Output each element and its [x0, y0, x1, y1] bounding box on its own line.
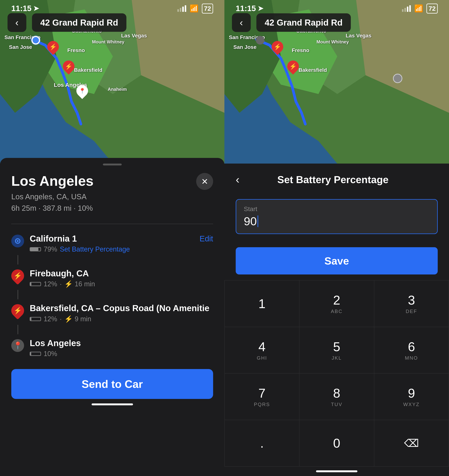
key-6-sub: MNO — [405, 355, 418, 361]
right-map: Sacramento San Francisco San Jose Fresno… — [224, 0, 449, 164]
key-8[interactable]: 8 TUV — [299, 374, 374, 420]
key-6-num: 6 — [408, 339, 415, 354]
stop-details-firebaugh: 12% · ⚡ 16 min — [30, 280, 213, 288]
status-left: 11:15 ➤ — [11, 4, 39, 13]
destination-pin: 📍 — [76, 85, 88, 97]
battery-display: 72 — [202, 4, 213, 14]
key-0-num: 0 — [333, 436, 340, 450]
key-3[interactable]: 3 DEF — [374, 280, 449, 327]
stop-bakersfield: ⚡ Bakersfield, CA – Copus Road (No Ameni… — [11, 297, 213, 329]
stop-california-1: California 1 Edit 79% Set Battery Percen… — [11, 228, 213, 259]
left-bottom-sheet: Los Angeles ✕ Los Angeles, CA, USA 6h 25… — [0, 158, 224, 476]
sheet-title: Los Angeles — [11, 173, 93, 189]
r-location-icon: ➤ — [258, 5, 263, 12]
key-1-num: 1 — [259, 296, 266, 311]
key-4-num: 4 — [259, 339, 266, 354]
r-time-display: 11:15 — [236, 4, 256, 13]
location-dot-sf — [31, 36, 40, 45]
sheet-handle — [103, 164, 122, 165]
stop-name-la: Los Angeles — [30, 338, 213, 348]
key-4[interactable]: 4 GHI — [225, 327, 299, 373]
left-panel: Sacramento San Francisco San Jose Fresno… — [0, 0, 224, 476]
battery-input-area: Start 90 — [224, 192, 449, 242]
close-button[interactable]: ✕ — [196, 173, 213, 190]
left-status-bar: 11:15 ➤ 📶 72 — [0, 0, 224, 17]
r-location-dot — [256, 36, 265, 45]
stop-details-bakersfield: 12% · ⚡ 9 min — [30, 315, 213, 323]
key-7-num: 7 — [259, 386, 266, 400]
key-dot-sym: . — [260, 436, 264, 450]
key-dot[interactable]: . — [225, 420, 299, 466]
r-charging-pin-2: ⚡ — [287, 61, 299, 72]
key-2[interactable]: 2 ABC — [299, 280, 374, 327]
save-button[interactable]: Save — [236, 247, 438, 274]
key-9-num: 9 — [408, 386, 415, 400]
key-0[interactable]: 0 — [299, 420, 374, 466]
battery-input-label: Start — [244, 205, 430, 213]
r-status-right: 📶 72 — [402, 4, 438, 14]
battery-sheet-title: Set Battery Percentage — [245, 174, 421, 185]
r-status-left: 11:15 ➤ — [236, 4, 263, 13]
key-8-sub: TUV — [331, 402, 342, 407]
signal-bars — [177, 5, 186, 12]
key-1[interactable]: 1 — [225, 280, 299, 327]
key-6[interactable]: 6 MNO — [374, 327, 449, 373]
key-2-num: 2 — [333, 293, 340, 307]
r-destination-dot — [393, 74, 402, 83]
cursor — [258, 215, 258, 227]
wifi-icon: 📶 — [190, 4, 198, 13]
home-indicator-left — [92, 403, 133, 405]
stop-info-bakersfield: Bakersfield, CA – Copus Road (No Ameniti… — [30, 303, 213, 323]
delete-icon: ⌫ — [404, 437, 419, 449]
battery-sheet: ‹ Set Battery Percentage Start 90 Save 1… — [224, 164, 449, 476]
stop-details-la: 10% — [30, 350, 213, 358]
status-right: 📶 72 — [177, 4, 213, 14]
key-3-num: 3 — [408, 293, 415, 307]
stop-info-la: Los Angeles 10% — [30, 338, 213, 358]
home-indicator-right — [316, 470, 357, 472]
stop-los-angeles: 📍 Los Angeles 10% — [11, 332, 213, 363]
divider-1 — [11, 224, 213, 224]
left-map: Sacramento San Francisco San Jose Fresno… — [0, 0, 224, 164]
stop-name-firebaugh: Firebaugh, CA — [30, 268, 213, 279]
r-signal-bars — [402, 5, 411, 12]
time-display: 11:15 — [11, 4, 31, 13]
key-7[interactable]: 7 PQRS — [225, 374, 299, 420]
key-4-sub: GHI — [257, 355, 267, 361]
key-5[interactable]: 5 JKL — [299, 327, 374, 373]
key-2-sub: ABC — [331, 308, 343, 314]
r-charging-pin-1: ⚡ — [272, 41, 283, 53]
stop-info-firebaugh: Firebaugh, CA 12% · ⚡ 16 min — [30, 268, 213, 288]
r-wifi-icon: 📶 — [414, 4, 423, 13]
sheet-meta: 6h 25m · 387.8 mi · 10% — [11, 204, 213, 212]
key-8-num: 8 — [333, 386, 340, 400]
battery-input-box[interactable]: Start 90 — [236, 199, 438, 234]
charging-pin-1: ⚡ — [47, 41, 59, 53]
right-panel: Sacramento San Francisco San Jose Fresno… — [224, 0, 449, 476]
stop-name-california: California 1 — [30, 233, 77, 244]
key-9-sub: WXYZ — [403, 402, 420, 407]
right-status-bar: 11:15 ➤ 📶 72 — [224, 0, 449, 17]
stop-name-bakersfield: Bakersfield, CA – Copus Road (No Ameniti… — [30, 303, 213, 313]
key-7-sub: PQRS — [254, 402, 270, 407]
key-delete[interactable]: ⌫ — [374, 420, 449, 466]
stop-icon-firebaugh: ⚡ — [9, 267, 27, 285]
numeric-keypad: 1 2 ABC 3 DEF 4 GHI 5 JKL 6 MNO — [224, 280, 449, 467]
sheet-subtitle: Los Angeles, CA, USA — [11, 193, 213, 201]
location-icon: ➤ — [33, 5, 39, 12]
key-3-sub: DEF — [406, 308, 417, 314]
stop-edit-california[interactable]: Edit — [200, 234, 213, 243]
charging-pin-2: ⚡ — [63, 61, 75, 72]
key-9[interactable]: 9 WXYZ — [374, 374, 449, 420]
stop-firebaugh: ⚡ Firebaugh, CA 12% · ⚡ 16 min — [11, 263, 213, 294]
battery-header: ‹ Set Battery Percentage — [224, 164, 449, 192]
send-to-car-button[interactable]: Send to Car — [11, 369, 213, 399]
battery-back-button[interactable]: ‹ — [236, 173, 239, 186]
set-battery-link[interactable]: Set Battery Percentage — [60, 245, 130, 253]
battery-input-value: 90 — [244, 215, 430, 228]
stop-icon-bakersfield: ⚡ — [9, 301, 27, 320]
r-battery-display: 72 — [426, 4, 438, 14]
stop-info-california: California 1 Edit 79% Set Battery Percen… — [30, 233, 213, 253]
svg-point-7 — [17, 240, 19, 242]
key-5-sub: JKL — [332, 355, 342, 361]
